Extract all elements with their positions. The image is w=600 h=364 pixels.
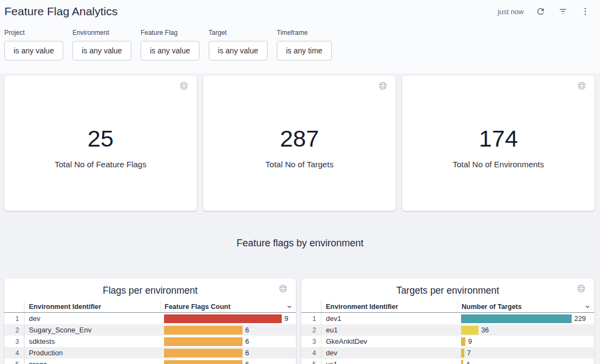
table-card: Targets per environment Environment Iden…	[301, 278, 594, 364]
cell-measure: 4	[457, 359, 594, 364]
cell-measure: 6	[160, 324, 296, 336]
filter-value-button[interactable]: is any time	[277, 41, 332, 60]
column-header-environment-identifier[interactable]: Environment Identifier	[322, 301, 457, 312]
globe-icon	[378, 81, 387, 93]
kpi-value: 25	[88, 127, 114, 150]
table-row[interactable]: 5 prega 6	[4, 359, 296, 364]
value-label: 7	[467, 349, 471, 357]
dashboard-header: Feature Flag Analytics just now	[4, 3, 591, 20]
cell-environment-identifier: prega	[25, 359, 160, 364]
kpi-card: 25 Total No of Feature Flags	[4, 76, 197, 211]
value-bar	[164, 314, 282, 323]
kpi-label: Total No of Environments	[453, 160, 544, 169]
filter-label: Feature Flag	[141, 29, 199, 37]
filter-value-button[interactable]: is any value	[72, 41, 131, 60]
row-index: 1	[301, 313, 322, 324]
cell-environment-identifier: us1	[322, 359, 457, 364]
last-refreshed-text: just now	[498, 8, 524, 16]
page-title: Feature Flag Analytics	[4, 5, 118, 18]
cell-measure: 6	[160, 359, 296, 364]
kpi-value: 287	[280, 127, 319, 150]
cell-measure: 6	[160, 347, 296, 359]
table-body: 1 dev1 229 2 eu1 36 3 GkeAnkitDev 9 4 de…	[301, 313, 594, 364]
cell-measure: 36	[457, 324, 594, 336]
table-row[interactable]: 4 Production 6	[4, 347, 296, 359]
kpi-value: 174	[479, 127, 518, 150]
row-index: 2	[4, 324, 25, 336]
kpi-label: Total No of Feature Flags	[54, 160, 146, 169]
filter-label: Environment	[72, 29, 131, 37]
chevron-down-icon[interactable]	[584, 304, 591, 310]
table-card: Flags per environment Environment Identi…	[4, 278, 296, 364]
cell-measure: 229	[457, 313, 594, 324]
cell-measure: 7	[457, 347, 594, 359]
row-index: 5	[4, 359, 25, 364]
value-label: 229	[574, 315, 586, 323]
column-header-measure-label: Number of Targets	[462, 303, 522, 311]
cell-environment-identifier: dev1	[322, 313, 457, 324]
filter-target: Target is any value	[209, 29, 268, 60]
row-index: 3	[4, 336, 25, 347]
cell-measure: 9	[160, 313, 296, 324]
table-header-row: Environment Identifier Number of Targets	[301, 301, 594, 313]
kpi-label: Total No of Targets	[265, 160, 334, 169]
value-bar	[461, 349, 464, 357]
cell-environment-identifier: dev	[25, 313, 160, 324]
table-row[interactable]: 1 dev1 229	[301, 313, 594, 324]
cell-environment-identifier: Production	[25, 347, 160, 359]
row-index: 4	[4, 347, 25, 359]
cell-measure: 6	[160, 336, 296, 347]
cell-environment-identifier: dev	[322, 347, 457, 359]
filter-timeframe: Timeframe is any time	[277, 29, 332, 60]
filter-bar: Project is any value Environment is any …	[4, 29, 591, 60]
filter-label: Project	[4, 29, 63, 37]
table-row[interactable]: 3 GkeAnkitDev 9	[301, 336, 594, 347]
value-label: 9	[468, 338, 472, 345]
table-row[interactable]: 3 sdktests 6	[4, 336, 296, 347]
value-bar	[461, 360, 463, 364]
table-row[interactable]: 1 dev 9	[4, 313, 296, 324]
filter-label: Timeframe	[277, 29, 332, 37]
value-label: 4	[466, 361, 470, 364]
globe-icon	[577, 81, 586, 93]
value-bar	[164, 349, 243, 357]
value-label: 6	[245, 338, 249, 345]
tables-row: Flags per environment Environment Identi…	[0, 278, 600, 364]
table-row[interactable]: 4 dev 7	[301, 347, 594, 359]
table-body: 1 dev 9 2 Sugary_Scone_Env 6 3 sdktests …	[4, 313, 296, 364]
cell-environment-identifier: Sugary_Scone_Env	[25, 324, 160, 336]
kpi-row: 25 Total No of Feature Flags 287 Total N…	[0, 73, 600, 211]
cell-environment-identifier: sdktests	[25, 336, 160, 347]
filter-value-button[interactable]: is any value	[4, 41, 63, 60]
row-index: 2	[301, 324, 322, 336]
cell-environment-identifier: eu1	[322, 324, 457, 336]
row-number-header	[4, 301, 25, 312]
filter-value-button[interactable]: is any value	[141, 41, 199, 60]
filter-project: Project is any value	[4, 29, 63, 60]
column-header-environment-identifier[interactable]: Environment Identifier	[25, 301, 160, 312]
filter-environment: Environment is any value	[72, 29, 131, 60]
refresh-icon[interactable]	[535, 6, 546, 17]
column-header-measure[interactable]: Feature Flags Count	[160, 301, 296, 312]
value-label: 36	[481, 326, 489, 334]
value-label: 6	[245, 361, 249, 364]
column-header-measure[interactable]: Number of Targets	[457, 301, 594, 312]
row-index: 3	[301, 336, 322, 347]
filter-value-button[interactable]: is any value	[209, 41, 268, 60]
kebab-menu-icon[interactable]	[580, 6, 591, 17]
row-index: 4	[301, 347, 322, 359]
dashboard-page: Feature Flag Analytics just now	[0, 0, 600, 364]
value-label: 6	[245, 326, 249, 334]
table-row[interactable]: 2 eu1 36	[301, 324, 594, 336]
filter-feature-flag: Feature Flag is any value	[141, 29, 199, 60]
value-bar	[164, 337, 243, 346]
kpi-card: 174 Total No of Environments	[402, 76, 595, 211]
table-row[interactable]: 2 Sugary_Scone_Env 6	[4, 324, 296, 336]
chevron-down-icon[interactable]	[286, 304, 293, 310]
filter-icon[interactable]	[557, 6, 568, 17]
globe-icon	[577, 284, 586, 295]
globe-icon	[278, 284, 288, 295]
table-row[interactable]: 5 us1 4	[301, 359, 594, 364]
value-label: 6	[245, 349, 249, 357]
row-number-header	[301, 301, 322, 312]
